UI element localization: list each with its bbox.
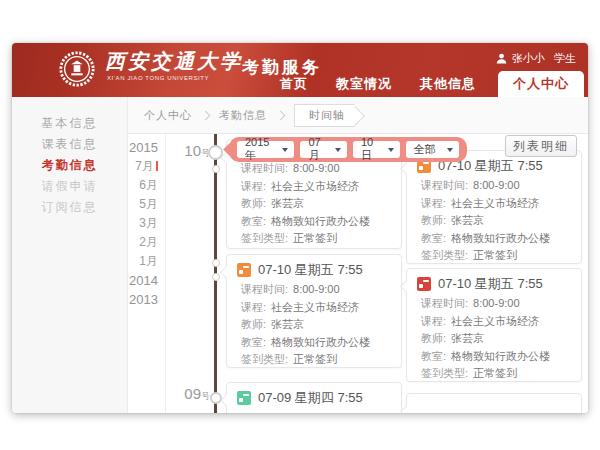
chevron-down-icon [447, 148, 453, 152]
sidebar-item-leave-request[interactable]: 请假申请 [12, 176, 127, 196]
sidebar-item-attendance-info[interactable]: 考勤信息 [12, 155, 127, 175]
timeline-period-march[interactable]: 3月 [128, 214, 158, 233]
attendance-card: 07-10 星期五 7:55 课程时间:8:00-9:00 课程:社会主义市场经… [226, 254, 402, 368]
nav-other-info[interactable]: 其他信息 [406, 71, 490, 97]
top-nav: 首页 教室情况 其他信息 个人中心 [266, 71, 586, 97]
university-seal-icon [58, 50, 96, 88]
university-name-cn: 西安交通大学 [105, 48, 243, 75]
timeline-period-june[interactable]: 6月 [128, 176, 158, 195]
card-field-signin-type: 签到类型:正常签到 [241, 351, 393, 369]
app-body: 基本信息 课表信息 考勤信息 请假申请 订阅信息 个人中心 考勤信息 时间轴 [12, 97, 588, 413]
timeline-dot [210, 392, 222, 404]
chevron-right-icon [201, 110, 211, 120]
day-marker-09: 09号 [176, 385, 210, 403]
chevron-down-icon [335, 148, 341, 152]
attendance-card: 07-10 星期五 7:55 课程时间:8:00-9:00 课程:社会主义市场经… [406, 150, 582, 264]
timeline-period-february[interactable]: 2月 [128, 233, 158, 252]
user-role: 学生 [554, 51, 576, 66]
timeline-dot [212, 165, 220, 173]
card-field-classroom: 教室:格物致知行政办公楼 [241, 334, 393, 352]
timeline-period-2013[interactable]: 2013 [128, 290, 158, 309]
app-header: 西安交通大学 XI'AN JIAO TONG UNIVERSITY 考勤服务 张… [12, 43, 588, 97]
card-field-signin-type: 签到类型:正常签到 [241, 230, 393, 248]
red-attendance-icon [417, 277, 431, 291]
card-title: 07-10 星期五 7:55 [438, 275, 543, 293]
green-attendance-icon [237, 391, 251, 405]
user-info[interactable]: 张小小 学生 [496, 51, 576, 66]
user-name: 张小小 [512, 51, 545, 66]
timeline-dot [212, 259, 220, 267]
list-detail-button[interactable]: 列表明细 [505, 135, 577, 157]
card-field-teacher: 教师:张芸京 [421, 212, 573, 230]
month-select[interactable]: 07月 [300, 141, 347, 158]
year-select[interactable]: 2015年 [237, 141, 294, 158]
sidebar-item-basic-info[interactable]: 基本信息 [12, 113, 127, 133]
timeline-period-july[interactable]: 7月 [128, 157, 158, 176]
card-field-signin-type: 签到类型:正常签到 [421, 247, 573, 265]
card-field-classroom: 教室:格物致知行政办公楼 [421, 230, 573, 248]
breadcrumb-personal-center[interactable]: 个人中心 [144, 108, 192, 123]
card-field-teacher: 教师:张芸京 [241, 195, 393, 213]
timeline-content: 2015 7月 6月 5月 3月 2月 1月 2014 2013 10号 09号 [128, 134, 588, 413]
card-field-course: 课程:社会主义市场经济 [241, 299, 393, 317]
day-marker-10: 10号 [176, 142, 210, 160]
timeline-dot [208, 145, 223, 160]
card-field-course: 课程:社会主义市场经济 [421, 313, 573, 331]
sidebar-item-subscription-info[interactable]: 订阅信息 [12, 197, 127, 217]
card-title: 07-09 星期四 7:55 [258, 389, 363, 407]
card-field-course: 课程:社会主义市场经济 [241, 178, 393, 196]
breadcrumb: 个人中心 考勤信息 时间轴 [128, 97, 588, 134]
card-field-course: 课程:社会主义市场经济 [421, 195, 573, 213]
card-field-course-time: 课程时间:8:00-9:00 [241, 281, 393, 299]
university-name-en: XI'AN JIAO TONG UNIVERSITY [107, 75, 209, 81]
user-icon [496, 53, 507, 64]
nav-home[interactable]: 首页 [266, 71, 322, 97]
card-field-signin-type: 签到类型:正常签到 [421, 365, 573, 383]
card-field-classroom: 教室:格物致知行政办公楼 [421, 348, 573, 366]
scope-select[interactable]: 全部 [406, 141, 459, 158]
attendance-card: 07-09 星期四 7:55 [226, 382, 402, 413]
sidebar: 基本信息 课表信息 考勤信息 请假申请 订阅信息 [12, 97, 128, 413]
orange-attendance-icon [237, 263, 251, 277]
page: 西安交通大学 XI'AN JIAO TONG UNIVERSITY 考勤服务 张… [0, 0, 600, 450]
card-title: 07-10 星期五 7:55 [258, 261, 363, 279]
breadcrumb-attendance-info[interactable]: 考勤信息 [219, 108, 267, 123]
timeline-filter-bar: 2015年 07月 10日 全部 [229, 137, 467, 162]
timeline-period-2015[interactable]: 2015 [128, 138, 158, 157]
chevron-down-icon [282, 148, 288, 152]
period-divider-line [165, 134, 166, 413]
app-window: 西安交通大学 XI'AN JIAO TONG UNIVERSITY 考勤服务 张… [12, 43, 588, 413]
timeline-period-january[interactable]: 1月 [128, 252, 158, 271]
card-field-course-time: 课程时间:8:00-9:00 [421, 177, 573, 195]
card-field-teacher: 教师:张芸京 [241, 316, 393, 334]
breadcrumb-timeline[interactable]: 时间轴 [294, 104, 355, 127]
chevron-down-icon [388, 148, 394, 152]
card-field-teacher: 教师:张芸京 [421, 330, 573, 348]
timeline-period-list: 2015 7月 6月 5月 3月 2月 1月 2014 2013 [128, 138, 158, 309]
attendance-card: 07-10 星期五 7:55 课程时间:8:00-9:00 课程:社会主义市场经… [406, 268, 582, 382]
chevron-right-icon [276, 110, 286, 120]
card-field-course-time: 课程时间:8:00-9:00 [421, 295, 573, 313]
timeline-period-2014[interactable]: 2014 [128, 271, 158, 290]
nav-classrooms[interactable]: 教室情况 [322, 71, 406, 97]
timeline-period-may[interactable]: 5月 [128, 195, 158, 214]
day-select[interactable]: 10日 [353, 141, 400, 158]
sidebar-item-schedule-info[interactable]: 课表信息 [12, 134, 127, 154]
card-field-classroom: 教室:格物致知行政办公楼 [241, 213, 393, 231]
attendance-card-partial [406, 393, 582, 413]
nav-personal-center[interactable]: 个人中心 [498, 71, 584, 97]
main-panel: 个人中心 考勤信息 时间轴 2015 7月 6月 5月 3月 2月 1 [128, 97, 588, 413]
timeline-dot [212, 273, 220, 281]
